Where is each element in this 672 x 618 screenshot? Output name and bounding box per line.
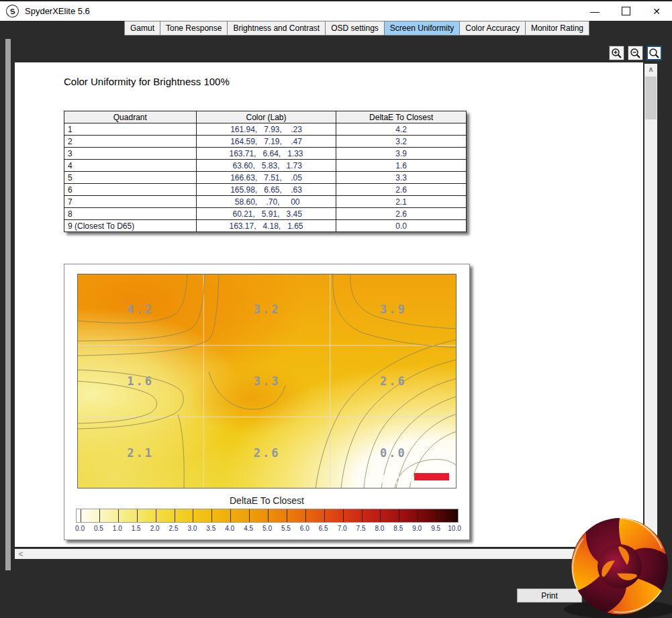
zoom-in-button[interactable]: [609, 46, 624, 60]
table-row: 8 60.21, 5.91, 3.452.6: [64, 208, 467, 220]
quad-cell: 7: [64, 196, 197, 208]
window-title: SpyderXElite 5.6: [25, 6, 90, 16]
delta-cell: 2.6: [336, 208, 467, 220]
tab-tone-response[interactable]: Tone Response: [160, 21, 228, 36]
colorbar-tick: [156, 509, 156, 522]
tab-osd-settings[interactable]: OSD settings: [326, 21, 385, 36]
colorbar-tick-label: 3.5: [206, 525, 215, 532]
minimize-button[interactable]: —: [579, 1, 610, 21]
colorbar-tick: [436, 509, 437, 522]
red-bar: [414, 473, 449, 480]
lab-cell: 161.94, 7.93, .23: [196, 123, 336, 136]
vertical-scrollbar-thumb[interactable]: [645, 76, 657, 119]
lab-cell: 163.17, 4.18, 1.65: [196, 220, 336, 232]
scroll-up-icon[interactable]: ∧: [644, 64, 657, 75]
maximize-button[interactable]: [610, 1, 641, 21]
table-row: 9 (Closest To D65)163.17, 4.18, 1.650.0: [64, 220, 467, 232]
tab-screen-uniformity[interactable]: Screen Uniformity: [385, 21, 460, 36]
colorbar-tick: [287, 509, 287, 522]
tab-brightness-and-contrast[interactable]: Brightness and Contrast: [228, 21, 326, 36]
colorbar-tick: [455, 509, 456, 522]
colorbar-tick: [380, 509, 381, 522]
kitguru-logo: [561, 507, 672, 618]
colorbar-tick-label: 10.0: [448, 525, 461, 532]
quad-cell: 9 (Closest To D65): [64, 220, 197, 232]
colorbar-tick-label: 9.0: [412, 525, 422, 532]
contour-plot-canvas: datacolor: [77, 274, 457, 488]
colorbar-tick-label: 7.5: [356, 525, 366, 532]
scroll-left-icon[interactable]: <: [15, 550, 27, 559]
quad-cell: 3: [64, 148, 197, 160]
colorbar-tick-label: 0.5: [94, 525, 103, 532]
app-logo-icon: S: [5, 3, 19, 18]
colorbar-tick: [324, 509, 325, 522]
table-row: 2164.59, 7.19, .473.2: [64, 136, 467, 148]
colorbar-tick-label: 1.5: [132, 525, 141, 532]
uniformity-table-body: 1161.94, 7.93, .234.22164.59, 7.19, .473…: [64, 123, 467, 232]
colorbar-tick: [399, 509, 399, 522]
colorbar-tick: [137, 509, 138, 522]
colorbar-tick: [305, 509, 306, 522]
delta-cell: 1.6: [336, 160, 467, 172]
zoom-out-button[interactable]: [628, 46, 643, 60]
title-bar: S SpyderXElite 5.6 — ✕: [0, 0, 672, 21]
delta-cell: 2.6: [336, 184, 467, 196]
delta-cell: 3.3: [336, 172, 467, 184]
colorbar-tick: [418, 509, 418, 522]
left-frame-strip: [5, 39, 11, 570]
table-row: 5166.63, 7.51, .053.3: [64, 172, 467, 184]
lab-cell: 164.59, 7.19, .47: [196, 136, 336, 148]
kitguru-logo-icon: [561, 507, 672, 618]
lab-cell: 163.71, 6.64, 1.33: [196, 148, 336, 160]
vertical-scrollbar[interactable]: ∧ ∨: [644, 64, 657, 547]
horizontal-scrollbar[interactable]: <: [15, 549, 643, 559]
colorbar-tick-label: 4.0: [225, 525, 234, 532]
tab-color-accuracy[interactable]: Color Accuracy: [460, 21, 526, 36]
quad-cell: 8: [64, 208, 197, 220]
colorbar-tick-label: 6.5: [319, 525, 328, 532]
colorbar-tick: [362, 509, 363, 522]
column-header: DeltaE To Closest: [336, 111, 467, 123]
report-page: Color Uniformity for Brightness 100% Qua…: [15, 62, 643, 547]
column-header: Color (Lab): [196, 111, 336, 123]
zoom-toolbar: [609, 46, 662, 60]
colorbar-tick: [268, 509, 269, 522]
tab-monitor-rating[interactable]: Monitor Rating: [526, 21, 589, 36]
table-row: 7 58.60, .70, 002.1: [64, 196, 467, 208]
page-title: Color Uniformity for Brightness 100%: [64, 76, 230, 87]
colorbar-tick-label: 5.5: [281, 525, 291, 532]
colorbar-tick-label: 4.5: [244, 525, 253, 532]
uniformity-figure: datacolor 4.23.23.91.63.32.62.12.60.0 De…: [64, 264, 470, 540]
delta-cell: 3.9: [336, 148, 467, 160]
colorbar-tick: [81, 509, 81, 522]
colorbar-tick: [118, 509, 119, 522]
colorbar-tick-label: 2.0: [150, 525, 160, 532]
colorbar-tick: [211, 509, 212, 522]
colorbar-tick: [175, 509, 175, 522]
close-button[interactable]: ✕: [641, 1, 672, 21]
colorbar-tick-labels: 0.00.51.01.52.02.53.03.54.04.55.05.56.06…: [76, 525, 459, 533]
maximize-icon: [622, 7, 630, 15]
table-row: 4 63.60, 5.83, 1.731.6: [64, 160, 467, 172]
colorbar-tick-label: 9.5: [431, 525, 440, 532]
table-row: 3163.71, 6.64, 1.333.9: [64, 148, 467, 160]
zoom-out-icon: [630, 48, 641, 59]
colorbar-tick-label: 1.0: [113, 525, 122, 532]
colorbar-tick-label: 5.0: [262, 525, 272, 532]
colorbar-tick-label: 6.0: [300, 525, 309, 532]
zoom-in-icon: [611, 48, 622, 59]
lab-cell: 60.21, 5.91, 3.45: [196, 208, 336, 220]
colorbar-title: DeltaE To Closest: [64, 495, 469, 506]
quad-cell: 5: [64, 172, 197, 184]
colorbar-tick: [343, 509, 344, 522]
table-row: 1161.94, 7.93, .234.2: [64, 123, 467, 136]
zoom-fit-button[interactable]: [646, 46, 662, 60]
zoom-fit-icon: [649, 48, 660, 59]
lab-cell: 63.60, 5.83, 1.73: [196, 160, 336, 172]
colorbar-tick-label: 7.0: [338, 525, 347, 532]
colorbar-tick: [249, 509, 250, 522]
quad-cell: 6: [64, 184, 197, 196]
delta-cell: 3.2: [336, 136, 467, 148]
colorbar-tick-label: 3.0: [187, 525, 197, 532]
tab-gamut[interactable]: Gamut: [124, 21, 160, 36]
